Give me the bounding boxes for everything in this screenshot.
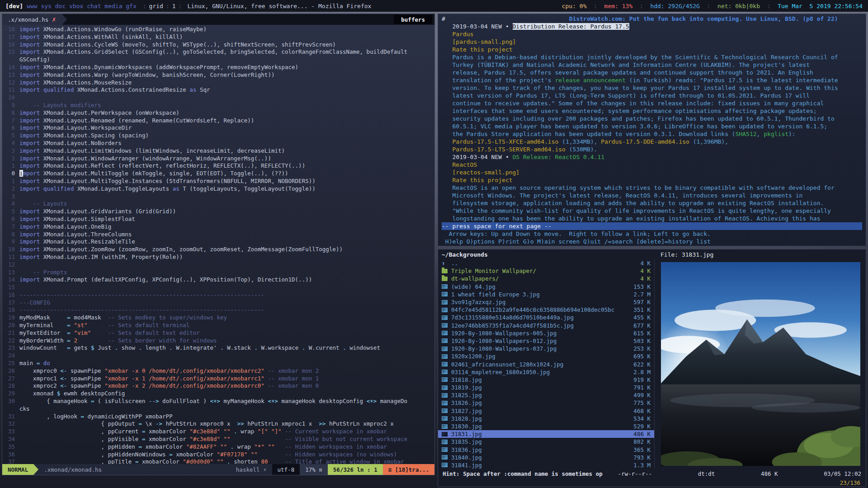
code-text: import XMonad.Actions.WindowGo (runOrRai… (19, 26, 207, 33)
file-size: 365 K (624, 446, 651, 453)
file-name: 31819.jpg (451, 384, 624, 391)
window-count: 1 (172, 3, 176, 9)
file-row[interactable]: (wide) 64.jpg153 K (438, 283, 654, 291)
file-row[interactable]: 03114_mapletree_1680x1050.jpg2.8 M (438, 368, 654, 376)
link[interactable]: Pardus (452, 31, 473, 38)
link[interactable]: release announcement (555, 77, 626, 84)
link[interactable]: Rate this project (452, 177, 512, 183)
file-row[interactable]: Triple Monitor Wallpaper/4 K (438, 267, 654, 275)
file-row[interactable]: dt-wallpapers/4 K (438, 275, 654, 282)
file-row[interactable]: 1920-By-1080-Wallpapers-005.jpg615 K (438, 329, 654, 337)
link[interactable]: Pardus-17.5-DDE-amd64.iso (601, 138, 689, 145)
code-line: 2import qualified XMonad.Layout.ToggleLa… (2, 185, 434, 193)
file-row[interactable]: 12ee746bb85735f1a7a4cd4d7f581b5c.jpg677 … (438, 322, 654, 329)
file-name: 04fc7e45d58112b2a9fe446c8c6358886b694e10… (451, 306, 624, 313)
code-text: import XMonad.Layout.Renamed (renamed, R… (19, 117, 254, 125)
file-name: dt-wallpapers/ (451, 275, 624, 282)
vim-buffer[interactable]: 18import XMonad.Actions.WindowGo (runOrR… (2, 25, 434, 464)
powerline-separator (33, 464, 38, 475)
vim-tab-label: .x/xmonad.hs (8, 16, 48, 23)
code-text: import XMonad.Layout.Reflect (reflectVer… (19, 162, 305, 170)
file-row[interactable]: 31830.jpg529 K (438, 422, 654, 430)
selected-link[interactable]: Distribution Release: Pardus 17.5 (513, 23, 629, 30)
vim-cursor-position: 56/326 ln : 1 (328, 464, 383, 475)
separator: : (179, 3, 182, 9)
text: Pardus is a Debian-based distribution jo… (442, 54, 838, 61)
link[interactable]: OS Release: ReactOS 0.4.11 (513, 154, 605, 160)
file-row[interactable]: 1920-By-1080-Wallpapers-012.jpg503 K (438, 337, 654, 345)
file-size: 1.3 M (624, 462, 651, 469)
browser-line: security updates including over 200 pack… (442, 115, 862, 122)
link[interactable]: pkglist (764, 131, 788, 137)
file-row[interactable]: ↑..4 K (438, 259, 654, 267)
code-line: 13import XMonad.Actions.Warp (warpToWind… (2, 71, 434, 79)
browser-content[interactable]: # DistroWatch.com: Put the fun back into… (438, 14, 866, 246)
buffers-badge[interactable]: buffers (394, 15, 432, 24)
text: interfaces that some end users encounter… (442, 108, 817, 114)
code-text: , ppHiddenNoWindows = xmobarColor "#F071… (19, 451, 397, 459)
code-text: xmproc2 <- spawnPipe "xmobar -x 2 /home/… (19, 382, 319, 390)
line-number: 18 (2, 26, 19, 33)
link[interactable]: Rate this project (452, 46, 512, 53)
code-line: 37 , ppTitle = xmobarColor "#d0d0d0" "" … (2, 458, 434, 464)
image-icon (442, 300, 448, 305)
file-size: 615 K (624, 330, 651, 337)
file-size: 499 K (624, 392, 651, 399)
file-row[interactable]: 31828.jpg534 K (438, 415, 654, 422)
file-name: 02461_africansunset_1280x1024.jpg (451, 361, 624, 368)
text: translation of the project's (442, 77, 555, 84)
code-line: 17---CONFIG (2, 299, 434, 307)
folder-icon (442, 269, 448, 273)
text: 2019-03-04 NEW • (452, 23, 512, 30)
workspaces-other[interactable]: www sys doc vbox chat media gfx (27, 3, 137, 9)
filemanager-header: ~/Backgrounds File: 31831.jpg (438, 249, 866, 259)
file-row[interactable]: 1 wheat field Europe 3.jpg2.7 M (438, 291, 654, 298)
code-line: 0import XMonad.Layout.MultiToggle (mkTog… (2, 170, 434, 178)
file-row[interactable]: 1920-By-1080-Wallpapers-037.jpg253 K (438, 345, 654, 352)
vim-tab[interactable]: .x/xmonad.hs ✗ (2, 14, 62, 25)
link[interactable]: [reactos-small.png] (452, 169, 519, 176)
file-row[interactable]: 31826.jpg775 K (438, 399, 654, 407)
text: version. To keep track of the changes, y… (442, 84, 838, 91)
text: ReactOS is an open source operating syst… (442, 184, 835, 191)
line-number: 33 (2, 428, 19, 436)
file-row[interactable]: 31840.jpg793 K (438, 454, 654, 461)
file-row[interactable]: 31836.jpg365 K (438, 446, 654, 454)
file-list[interactable]: ↑..4 KTriple Monitor Wallpaper/4 Kdt-wal… (438, 259, 654, 469)
code-text: -- Prompts (19, 269, 67, 277)
file-row[interactable]: 31827.jpg468 K (438, 407, 654, 415)
file-name: 1 wheat field Europe 3.jpg (451, 291, 624, 298)
file-row[interactable]: 31841.jpg1.3 M (438, 461, 654, 469)
file-row[interactable]: 31825.jpg499 K (438, 391, 654, 399)
code-line: 18import XMonad.Actions.WindowGo (runOrR… (2, 26, 434, 33)
file-row[interactable]: 31835.jpg802 K (438, 438, 654, 446)
code-text: -- Layouts modifiers (19, 102, 101, 109)
link[interactable]: SHA512 (736, 131, 757, 137)
browser-line: Arrow keys: Up and Down to move. Right t… (442, 230, 862, 238)
close-icon[interactable]: ✗ (52, 16, 56, 23)
file-row[interactable]: 02461_africansunset_1280x1024.jpg622 K (438, 360, 654, 368)
file-row[interactable]: 31818.jpg919 K (438, 376, 654, 384)
link[interactable]: Pardus-17.5-LTS-XFCE-amd64.iso (452, 138, 558, 145)
link[interactable]: ReactOS (452, 161, 477, 168)
link[interactable]: Pardus-17.5-LTS-SERVER-amd64.iso (452, 146, 565, 153)
file-name: 12ee746bb85735f1a7a4cd4d7f581b5c.jpg (451, 322, 624, 329)
file-size: 529 K (624, 423, 651, 430)
file-row[interactable]: 04fc7e45d58112b2a9fe446c8c6358886b694e10… (438, 306, 654, 314)
line-number: 6 (2, 216, 19, 223)
file-row-selected[interactable]: 31831.jpg486 K (438, 430, 654, 438)
file-row[interactable]: 31819.jpg791 K (438, 384, 654, 391)
file-row[interactable]: 7d3c13155880e514a8d6d70510be449a.jpg455 … (438, 314, 654, 321)
code-text: ----------------------------------------… (19, 306, 264, 314)
layout-indicator[interactable]: grid (149, 3, 163, 9)
image-icon (442, 284, 448, 289)
workspace-current[interactable]: [dev] (5, 3, 23, 9)
code-text: ---CONFIG (19, 299, 50, 307)
browser-line: Pardus-17.5-LTS-SERVER-amd64.iso (530MB)… (442, 145, 862, 153)
code-line: 9 -- Layouts modifiers (2, 102, 434, 109)
file-row[interactable]: 3vo91g7azxqz.jpg597 K (438, 298, 654, 306)
file-row[interactable]: 1920x1200.jpg695 K (438, 352, 654, 360)
line-number: 13 (2, 269, 19, 277)
link[interactable]: [pardus-small.png] (452, 38, 516, 45)
line-number: 8 (2, 109, 19, 117)
